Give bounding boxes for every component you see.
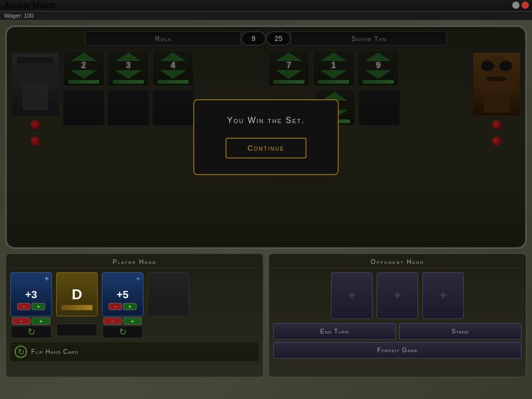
opp-hand-card-2 — [422, 272, 464, 319]
card-plus-btn[interactable]: + — [32, 303, 45, 310]
game-board: Rola 9 25 Suvam Tan — [5, 25, 527, 249]
opponent-cards-row — [273, 272, 522, 319]
card-plus-btn3[interactable]: + — [123, 303, 137, 310]
dialog-message: You Win the Set. — [215, 116, 317, 125]
opponent-hand-title: Opponent Hand — [273, 258, 522, 268]
card-minus-btn3[interactable]: − — [109, 303, 122, 310]
opp-hand-card-0 — [331, 272, 373, 319]
hand-card-0[interactable]: + +3 − + — [10, 272, 52, 316]
opponent-hand-panel: Opponent Hand End Turn Stand Forfeit Gam… — [268, 253, 527, 378]
card-plus-btn4[interactable]: + — [123, 317, 142, 325]
end-turn-button[interactable]: End Turn — [273, 323, 396, 340]
main-area: Rola 9 25 Suvam Tan — [0, 20, 532, 399]
flip-row: ↻ Flip Hand Card — [10, 342, 259, 361]
hand-card-label-1: D — [72, 286, 82, 303]
dialog-overlay: You Win the Set. Continue — [7, 27, 525, 247]
action-buttons: End Turn Stand — [273, 323, 522, 340]
card-top-badge: + — [45, 274, 49, 283]
opp-hand-card-1 — [377, 272, 418, 319]
hand-card-1[interactable]: D — [56, 272, 98, 316]
wager-bar: Wager: 100 — [0, 11, 532, 20]
hand-card-modifier-0: +3 — [25, 289, 37, 301]
stand-button[interactable]: Stand — [399, 323, 522, 340]
flip-label: Flip Hand Card — [31, 348, 78, 355]
minimize-button[interactable] — [512, 2, 520, 9]
player-hand-title: Player Hand — [10, 258, 259, 268]
card-minus-btn4[interactable]: − — [103, 317, 122, 325]
hand-empty-slot — [148, 272, 189, 316]
titlebar: Arcade Match — [0, 0, 532, 11]
wager-label: Wager: 100 — [4, 12, 33, 19]
gold-bar — [61, 305, 92, 310]
forfeit-button[interactable]: Forfeit Game — [273, 342, 522, 358]
card-top-badge-2: + — [136, 274, 140, 283]
player-hand-panel: Player Hand + +3 − + − + — [5, 253, 264, 378]
hand-card-2[interactable]: + +5 − + — [102, 272, 143, 316]
hand-card-modifier-2: +5 — [117, 289, 129, 301]
bottom-section: Player Hand + +3 − + − + — [5, 253, 527, 378]
hand-cards-row: + +3 − + − + ↻ — [10, 272, 259, 338]
refresh-icon-2[interactable]: ↻ — [119, 326, 127, 338]
flip-icon[interactable]: ↻ — [15, 345, 27, 358]
card-minus-btn2[interactable]: − — [12, 317, 31, 325]
refresh-icon-0[interactable]: ↻ — [28, 326, 35, 338]
card-minus-btn[interactable]: − — [17, 303, 31, 310]
card-plus-btn2[interactable]: + — [32, 317, 50, 325]
titlebar-controls — [512, 2, 529, 9]
continue-button[interactable]: Continue — [225, 138, 306, 158]
dialog-box: You Win the Set. Continue — [193, 99, 339, 175]
titlebar-title: Arcade Match — [4, 1, 56, 10]
close-button[interactable] — [522, 2, 529, 9]
